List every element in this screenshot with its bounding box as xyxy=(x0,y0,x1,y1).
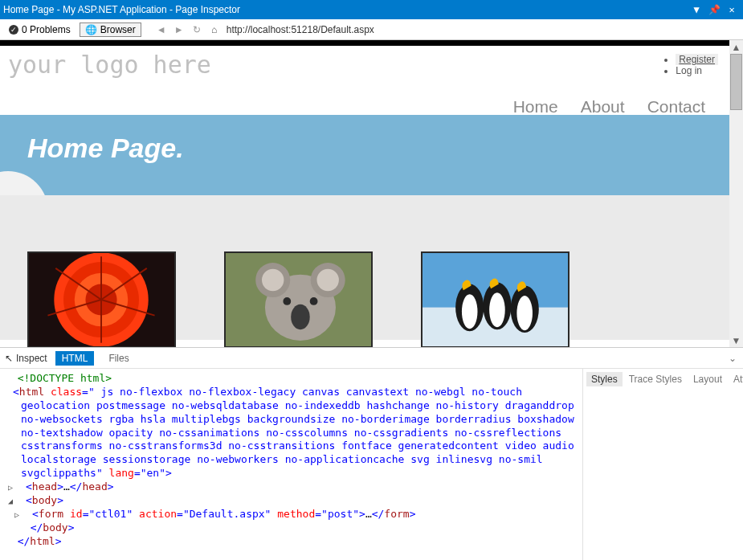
browser-button[interactable]: 🌐 Browser xyxy=(80,22,141,37)
forward-icon[interactable]: ► xyxy=(172,22,186,37)
koala-icon xyxy=(226,251,371,347)
tab-layout[interactable]: Layout xyxy=(688,372,727,386)
tab-attributes[interactable]: Att xyxy=(729,372,743,386)
tab-styles[interactable]: Styles xyxy=(586,372,623,386)
url-input[interactable] xyxy=(227,24,738,35)
tab-files[interactable]: Files xyxy=(102,351,135,366)
list-item: Log in xyxy=(676,65,718,76)
tab-trace-styles[interactable]: Trace Styles xyxy=(624,372,687,386)
cursor-icon: ↖ xyxy=(5,353,13,364)
main-nav: Home About Contact xyxy=(513,97,705,116)
code-line: ▷<form id="ctl01" action="Default.aspx" … xyxy=(5,508,578,521)
expand-icon[interactable]: ▷ xyxy=(24,509,32,520)
svg-point-19 xyxy=(310,297,318,305)
chevron-down-icon[interactable]: ⌄ xyxy=(729,353,737,364)
nav-home[interactable]: Home xyxy=(513,97,558,116)
logo-text[interactable]: your logo here xyxy=(8,51,659,79)
pin-icon[interactable]: 📌 xyxy=(706,4,722,15)
window-title: Home Page - My ASP.NET Application - Pag… xyxy=(3,4,688,15)
code-line: ▷<head>…</head> xyxy=(5,480,578,494)
penguins-icon xyxy=(423,251,568,347)
page-topbar xyxy=(0,40,729,46)
register-link[interactable]: Register xyxy=(676,54,718,65)
refresh-icon[interactable]: ↻ xyxy=(190,22,204,37)
autohide-icon[interactable]: ▼ xyxy=(688,4,704,15)
code-line: </body> xyxy=(5,521,578,535)
svg-point-27 xyxy=(516,296,533,330)
nav-icons: ◄ ► ↻ ⌂ xyxy=(154,22,222,37)
list-item: Register xyxy=(676,54,718,65)
back-icon[interactable]: ◄ xyxy=(154,22,169,37)
problems-indicator[interactable]: ✓ 0 Problems xyxy=(5,22,75,37)
flower-icon xyxy=(29,251,174,347)
browser-label: Browser xyxy=(100,24,136,35)
svg-point-15 xyxy=(262,269,284,291)
page-preview: your logo here Register Log in Home Abou… xyxy=(0,40,729,347)
images-row xyxy=(0,251,729,347)
banner-circle xyxy=(0,171,48,195)
titlebar: Home Page - My ASP.NET Application - Pag… xyxy=(0,0,743,19)
page-title: Home Page. xyxy=(27,133,702,164)
svg-point-17 xyxy=(291,305,309,329)
scroll-thumb[interactable] xyxy=(730,54,742,110)
preview-wrap: your logo here Register Log in Home Abou… xyxy=(0,40,743,347)
svg-point-23 xyxy=(462,294,478,329)
page-header: your logo here Register Log in Home Abou… xyxy=(0,46,729,115)
inspect-label: Inspect xyxy=(16,353,47,364)
content-band xyxy=(0,195,729,340)
collapse-icon[interactable]: ◢ xyxy=(18,496,26,506)
image-koala[interactable] xyxy=(224,251,373,347)
inspector-header: ↖ Inspect HTML Files ⌄ xyxy=(0,348,743,369)
scrollbar[interactable]: ▲ ▼ xyxy=(729,40,743,347)
scroll-down-icon[interactable]: ▼ xyxy=(729,333,743,347)
svg-point-18 xyxy=(283,297,291,305)
account-links: Register Log in xyxy=(659,51,718,76)
svg-point-16 xyxy=(316,269,338,291)
code-line: <!DOCTYPE html> xyxy=(5,372,578,386)
svg-point-25 xyxy=(489,292,505,327)
url-field[interactable] xyxy=(227,24,738,35)
scroll-up-icon[interactable]: ▲ xyxy=(729,40,743,54)
toolbar: ✓ 0 Problems 🌐 Browser ◄ ► ↻ ⌂ xyxy=(0,19,743,40)
nav-contact[interactable]: Contact xyxy=(647,97,705,116)
browser-icon: 🌐 xyxy=(85,24,97,35)
tab-html[interactable]: HTML xyxy=(55,351,95,366)
expand-icon[interactable]: ▷ xyxy=(18,482,26,493)
code-line: ◢<body> xyxy=(5,494,578,508)
window-controls: ▼ 📌 ✕ xyxy=(688,4,740,15)
problems-label: 0 Problems xyxy=(22,24,71,35)
html-code-pane[interactable]: <!DOCTYPE html> ◢<html class=" js no-fle… xyxy=(0,369,582,560)
image-flower[interactable] xyxy=(27,251,176,347)
inspect-button[interactable]: ↖ Inspect xyxy=(5,353,47,364)
banner: Home Page. xyxy=(0,115,729,195)
check-icon: ✓ xyxy=(9,25,18,35)
home-icon[interactable]: ⌂ xyxy=(207,22,222,37)
collapse-icon[interactable]: ◢ xyxy=(5,387,13,398)
inspector-body: <!DOCTYPE html> ◢<html class=" js no-fle… xyxy=(0,369,743,560)
login-link[interactable]: Log in xyxy=(676,65,702,76)
image-penguins[interactable] xyxy=(421,251,569,347)
code-line: ◢<html class=" js no-flexbox no-flexbox-… xyxy=(5,386,578,480)
browser-preview-area: your logo here Register Log in Home Abou… xyxy=(0,40,743,348)
side-tabs: Styles Trace Styles Layout Att xyxy=(582,369,743,560)
code-line: </html> xyxy=(5,535,578,549)
close-icon[interactable]: ✕ xyxy=(724,4,740,15)
nav-about[interactable]: About xyxy=(581,97,625,116)
